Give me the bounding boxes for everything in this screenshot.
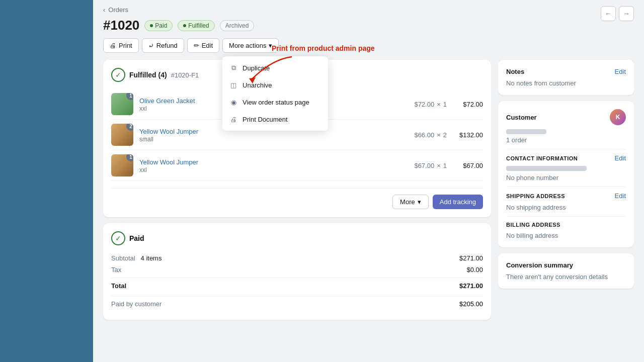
conversion-header: Conversion summary bbox=[506, 261, 626, 269]
paid-card: ✓ Paid Subtotal 4 items $271.00 Tax $0.0… bbox=[103, 223, 491, 320]
divider bbox=[506, 216, 626, 217]
conversion-title: Conversion summary bbox=[506, 261, 573, 269]
breadcrumb-arrow: ‹ bbox=[103, 6, 105, 14]
customer-orders: 1 order bbox=[506, 136, 626, 144]
tax-value: $0.00 bbox=[466, 266, 483, 274]
item-price: $66.00 × 2 bbox=[414, 131, 447, 139]
item-image: 2 bbox=[111, 124, 133, 146]
item-name-link[interactable]: Yellow Wool Jumper bbox=[139, 128, 198, 135]
item-image: 1 bbox=[111, 93, 133, 115]
notes-header: Notes Edit bbox=[506, 68, 626, 75]
breadcrumb: ‹ Orders bbox=[103, 6, 279, 14]
contact-header: CONTACT INFORMATION Edit bbox=[506, 154, 626, 162]
more-actions-container: More actions ▾ ⧉ Duplicate ◫ Unarchive bbox=[222, 38, 279, 53]
paid-header: ✓ Paid bbox=[111, 231, 483, 245]
customer-title: Customer bbox=[506, 114, 537, 121]
tax-row: Tax $0.00 bbox=[111, 264, 483, 276]
header-bar: ‹ Orders #1020 Paid Fulfilled Archived bbox=[93, 0, 644, 60]
more-actions-dropdown: ⧉ Duplicate ◫ Unarchive ◉ View order sta… bbox=[222, 56, 328, 131]
item-total: $132.00 bbox=[453, 131, 483, 139]
paid-by-value: $205.00 bbox=[459, 300, 483, 308]
sidebar bbox=[0, 0, 93, 362]
paid-title: Paid bbox=[129, 234, 144, 242]
dropdown-item-unarchive[interactable]: ◫ Unarchive bbox=[222, 76, 328, 94]
contact-edit-link[interactable]: Edit bbox=[615, 154, 626, 162]
customer-name-blurred bbox=[506, 129, 546, 134]
item-info: Yellow Wool Jumper xxl bbox=[139, 157, 408, 173]
print-icon: 🖨 bbox=[110, 42, 116, 49]
order-title-row: #1020 Paid Fulfilled Archived bbox=[103, 18, 279, 33]
archive-icon: ◫ bbox=[229, 81, 237, 89]
shipping-header: SHIPPING ADDRESS Edit bbox=[506, 192, 626, 200]
item-name-link[interactable]: Olive Green Jacket bbox=[139, 97, 195, 105]
paid-by-row: Paid by customer $205.00 bbox=[111, 296, 483, 312]
refund-button[interactable]: ⤾ Refund bbox=[142, 38, 184, 53]
edit-icon: ✏ bbox=[194, 42, 199, 49]
right-column: Notes Edit No notes from customer Custom… bbox=[498, 60, 634, 357]
billing-header: BILLING ADDRESS bbox=[506, 222, 626, 228]
subtotal-value: $271.00 bbox=[459, 254, 483, 262]
billing-empty-text: No billing address bbox=[506, 232, 626, 239]
card-footer: More ▾ Add tracking bbox=[111, 188, 483, 209]
dropdown-item-view-status[interactable]: ◉ View order status page bbox=[222, 94, 328, 111]
eye-icon: ◉ bbox=[229, 98, 237, 106]
item-image: 1 bbox=[111, 154, 133, 176]
contact-email-blurred bbox=[506, 166, 587, 171]
shipping-empty-text: No shipping address bbox=[506, 204, 626, 211]
item-quantity-badge: 1 bbox=[126, 154, 133, 161]
subtotal-row: Subtotal 4 items $271.00 bbox=[111, 252, 483, 264]
customer-header: Customer K bbox=[506, 109, 626, 125]
total-row: Total $271.00 bbox=[111, 278, 483, 292]
print-doc-icon: 🖨 bbox=[229, 115, 237, 123]
fulfilled-dot bbox=[183, 24, 186, 27]
breadcrumb-orders[interactable]: Orders bbox=[108, 6, 128, 14]
item-variant: small bbox=[139, 136, 408, 143]
item-price: $72.00 × 1 bbox=[414, 101, 447, 108]
conversion-card: Conversion summary There aren't any conv… bbox=[498, 253, 634, 289]
nav-arrows: ← → bbox=[601, 6, 634, 21]
copy-icon: ⧉ bbox=[229, 64, 237, 72]
badge-fulfilled: Fulfilled bbox=[178, 20, 214, 31]
print-button[interactable]: 🖨 Print bbox=[103, 38, 139, 53]
customer-card: Customer K 1 order CONTACT INFORMATION E… bbox=[498, 101, 634, 247]
notes-edit-link[interactable]: Edit bbox=[615, 68, 626, 75]
dropdown-item-print-document[interactable]: 🖨 Print Document bbox=[222, 111, 328, 128]
chevron-down-icon: ▾ bbox=[269, 42, 272, 49]
divider bbox=[506, 187, 626, 187]
toolbar: 🖨 Print ⤾ Refund ✏ Edit More actio bbox=[103, 38, 279, 53]
shipping-title: SHIPPING ADDRESS bbox=[506, 193, 565, 199]
shipping-edit-link[interactable]: Edit bbox=[615, 192, 626, 200]
add-tracking-button[interactable]: Add tracking bbox=[433, 195, 483, 209]
more-actions-button[interactable]: More actions ▾ bbox=[222, 38, 279, 53]
notes-card: Notes Edit No notes from customer bbox=[498, 60, 634, 95]
badge-archived: Archived bbox=[220, 20, 255, 31]
item-price: $67.00 × 1 bbox=[414, 162, 447, 169]
badge-paid: Paid bbox=[144, 20, 173, 31]
item-variant: xxl bbox=[139, 166, 408, 173]
billing-title: BILLING ADDRESS bbox=[506, 222, 560, 228]
contact-no-phone: No phone number bbox=[506, 174, 626, 182]
refund-icon: ⤾ bbox=[148, 42, 154, 49]
item-quantity-badge: 2 bbox=[126, 124, 133, 131]
item-total: $72.00 bbox=[453, 101, 483, 108]
order-number: #1020 bbox=[103, 18, 139, 33]
paid-check-icon: ✓ bbox=[111, 231, 125, 245]
contact-title: CONTACT INFORMATION bbox=[506, 155, 578, 161]
notes-empty-text: No notes from customer bbox=[506, 79, 626, 87]
divider bbox=[506, 149, 626, 149]
item-name-link[interactable]: Yellow Wool Jumper bbox=[139, 158, 198, 166]
fulfilled-check-icon: ✓ bbox=[111, 68, 125, 82]
total-value: $271.00 bbox=[459, 282, 483, 290]
prev-order-button[interactable]: ← bbox=[601, 6, 616, 21]
chevron-down-icon: ▾ bbox=[418, 198, 421, 206]
next-order-button[interactable]: → bbox=[619, 6, 634, 21]
dropdown-item-duplicate[interactable]: ⧉ Duplicate bbox=[222, 59, 328, 76]
order-item: 1 Yellow Wool Jumper xxl $67.00 × 1 $67.… bbox=[111, 150, 483, 181]
avatar: K bbox=[610, 109, 626, 125]
notes-title: Notes bbox=[506, 68, 524, 75]
item-total: $67.00 bbox=[453, 162, 483, 169]
edit-button[interactable]: ✏ Edit bbox=[187, 38, 219, 53]
more-button[interactable]: More ▾ bbox=[392, 195, 429, 209]
main-content: ‹ Orders #1020 Paid Fulfilled Archived bbox=[93, 0, 644, 362]
paid-dot bbox=[150, 24, 153, 27]
